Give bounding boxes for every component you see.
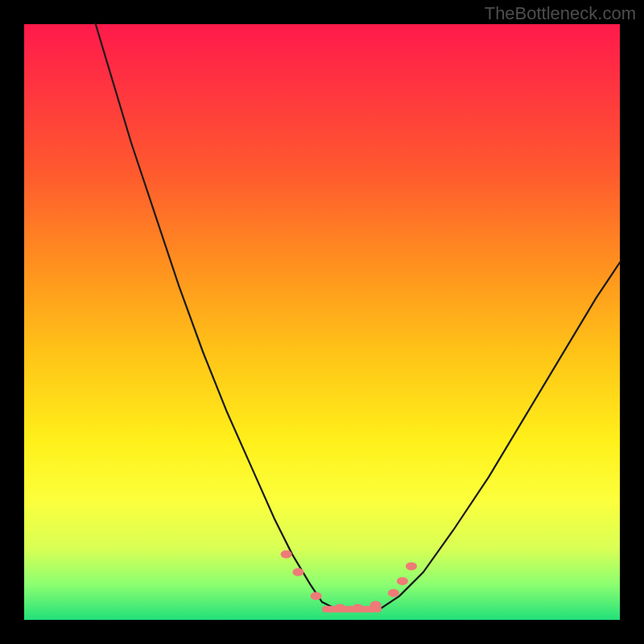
curve-tick-flat	[322, 606, 382, 613]
attribution-label: TheBottleneck.com	[485, 3, 636, 24]
curve-tick	[406, 562, 417, 570]
curve-tick	[281, 551, 292, 559]
curve-tick	[388, 589, 399, 597]
curve-svg	[24, 24, 620, 620]
curve-tick	[292, 568, 303, 576]
curve-tick	[397, 577, 408, 585]
tick-group	[281, 551, 417, 613]
bottleneck-curve	[96, 24, 620, 611]
chart-frame: TheBottleneck.com	[0, 0, 644, 644]
plot-area	[24, 24, 620, 620]
curve-tick	[311, 592, 322, 600]
